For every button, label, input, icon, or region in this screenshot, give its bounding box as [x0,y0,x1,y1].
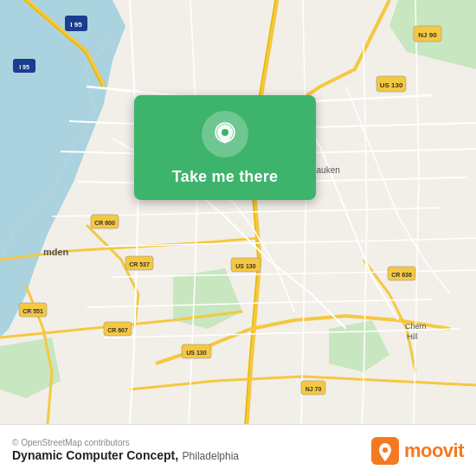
map-container: I 95 US 130 NJ 90 CR 600 CR 537 US 130 C… [0,0,476,424]
svg-text:CR 551: CR 551 [23,308,43,314]
svg-text:Chern: Chern [405,322,427,331]
svg-text:US 130: US 130 [186,350,206,356]
take-me-there-button[interactable]: Take me there [172,168,278,186]
map-background: I 95 US 130 NJ 90 CR 600 CR 537 US 130 C… [0,0,476,424]
svg-text:US 130: US 130 [235,263,255,269]
svg-text:US 130: US 130 [380,81,403,89]
svg-text:I 95: I 95 [19,64,29,70]
svg-text:NJ 90: NJ 90 [418,31,437,39]
action-card[interactable]: Take me there [134,95,316,200]
location-icon-wrap [202,111,248,158]
place-info: Dynamic Computer Concept, Philadelphia [12,447,239,463]
place-name: Dynamic Computer Concept, [12,448,178,462]
svg-text:NJ 70: NJ 70 [306,386,322,392]
svg-text:CR 607: CR 607 [107,327,128,333]
svg-point-38 [222,129,228,136]
bottom-left-info: © OpenStreetMap contributors Dynamic Com… [12,438,239,463]
bottom-bar: © OpenStreetMap contributors Dynamic Com… [0,424,476,476]
svg-text:mden: mden [43,247,69,257]
moovit-icon [371,437,399,465]
svg-text:Hill: Hill [407,332,418,341]
svg-text:CR 636: CR 636 [391,272,412,278]
location-pin-icon [212,121,238,147]
place-city: Philadelphia [183,450,239,462]
svg-text:CR 600: CR 600 [94,220,115,226]
svg-text:I 95: I 95 [70,21,82,29]
moovit-logo: moovit [371,437,464,465]
svg-point-41 [383,447,388,453]
copyright-text: © OpenStreetMap contributors [12,438,239,447]
svg-text:CR 537: CR 537 [129,261,150,267]
moovit-text: moovit [404,440,464,462]
